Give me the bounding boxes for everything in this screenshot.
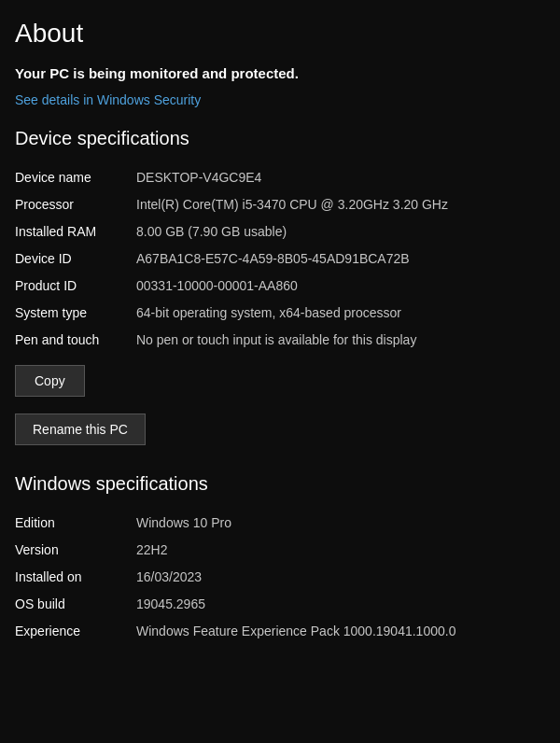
spec-value: 00331-10000-00001-AA860 [136, 273, 545, 300]
spec-label: Installed RAM [15, 218, 136, 245]
table-row: Processor Intel(R) Core(TM) i5-3470 CPU … [15, 191, 545, 218]
security-link[interactable]: See details in Windows Security [15, 92, 201, 107]
spec-label: Version [15, 537, 136, 564]
spec-label: Device name [15, 164, 136, 191]
table-row: Version 22H2 [15, 537, 545, 564]
table-row: Installed on 16/03/2023 [15, 564, 545, 591]
table-row: Installed RAM 8.00 GB (7.90 GB usable) [15, 218, 545, 245]
spec-value: 16/03/2023 [136, 564, 545, 591]
spec-value: 64-bit operating system, x64-based proce… [136, 300, 545, 327]
spec-value: 22H2 [136, 537, 545, 564]
spec-value: No pen or touch input is available for t… [136, 327, 545, 354]
device-specs-table: Device name DESKTOP-V4GC9E4 Processor In… [15, 164, 545, 354]
table-row: System type 64-bit operating system, x64… [15, 300, 545, 327]
spec-value: Intel(R) Core(TM) i5-3470 CPU @ 3.20GHz … [136, 191, 545, 218]
spec-label: System type [15, 300, 136, 327]
spec-label: OS build [15, 591, 136, 618]
spec-label: Processor [15, 191, 136, 218]
table-row: Device name DESKTOP-V4GC9E4 [15, 164, 545, 191]
copy-button[interactable]: Copy [15, 365, 85, 397]
spec-value: A67BA1C8-E57C-4A59-8B05-45AD91BCA72B [136, 245, 545, 273]
rename-pc-button[interactable]: Rename this PC [15, 414, 146, 445]
spec-value: Windows 10 Pro [136, 510, 545, 537]
device-specs-title: Device specifications [15, 128, 545, 149]
table-row: Device ID A67BA1C8-E57C-4A59-8B05-45AD91… [15, 245, 545, 273]
table-row: Pen and touch No pen or touch input is a… [15, 327, 545, 354]
table-row: Product ID 00331-10000-00001-AA860 [15, 273, 545, 300]
spec-label: Device ID [15, 245, 136, 273]
spec-label: Pen and touch [15, 327, 136, 354]
spec-value: 19045.2965 [136, 591, 545, 618]
spec-label: Experience [15, 618, 136, 645]
spec-value: Windows Feature Experience Pack 1000.190… [136, 618, 545, 645]
spec-value: DESKTOP-V4GC9E4 [136, 164, 545, 191]
security-message: Your PC is being monitored and protected… [15, 63, 545, 83]
table-row: Experience Windows Feature Experience Pa… [15, 618, 545, 645]
spec-value: 8.00 GB (7.90 GB usable) [136, 218, 545, 245]
spec-label: Product ID [15, 273, 136, 300]
table-row: Edition Windows 10 Pro [15, 510, 545, 537]
spec-label: Installed on [15, 564, 136, 591]
spec-label: Edition [15, 510, 136, 537]
windows-specs-table: Edition Windows 10 Pro Version 22H2 Inst… [15, 510, 545, 645]
page-title: About [15, 19, 545, 49]
table-row: OS build 19045.2965 [15, 591, 545, 618]
windows-specs-title: Windows specifications [15, 473, 545, 495]
